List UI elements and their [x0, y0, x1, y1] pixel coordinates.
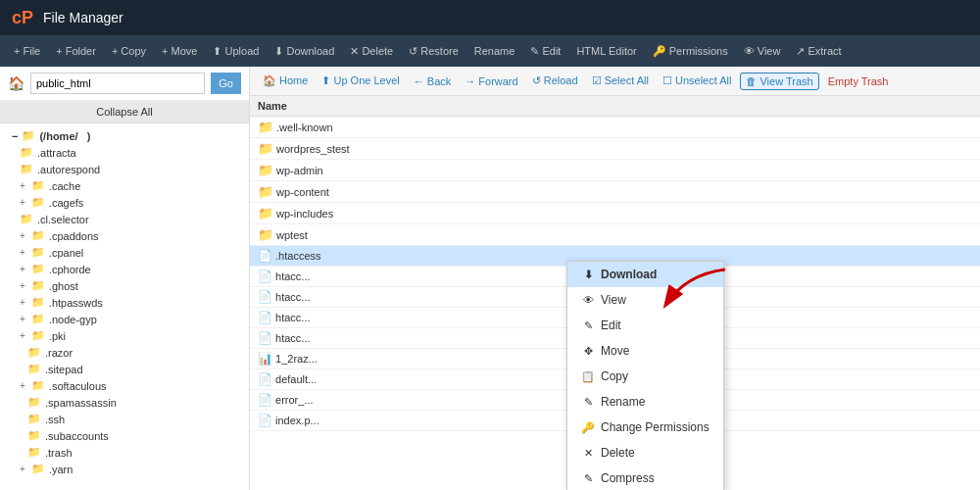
context-menu-item-label: Compress — [601, 471, 655, 485]
tree-item-root[interactable]: − 📁 (/home/ ) — [0, 127, 249, 144]
folder-button[interactable]: + Folder — [50, 43, 102, 59]
table-row[interactable]: 📁 wptest — [250, 224, 980, 246]
tree-item-attracta[interactable]: 📁 .attracta — [0, 144, 249, 161]
tree-item-pki[interactable]: 📁 .pki — [0, 327, 249, 344]
move-icon: ✥ — [581, 345, 595, 358]
main-layout: 🏠 Go Collapse All − 📁 (/home/ ) 📁 .attra… — [0, 67, 980, 490]
context-menu-change-permissions[interactable]: 🔑 Change Permissions — [567, 415, 723, 440]
file-icon: 📄 — [258, 372, 272, 386]
download-icon: ⬇ — [581, 269, 595, 281]
tree-item-cpanel[interactable]: 📁 .cpanel — [0, 244, 249, 261]
copy-button[interactable]: + Copy — [106, 43, 152, 59]
tree-label: .pki — [49, 330, 66, 342]
file-icon: 📄 — [258, 393, 272, 407]
home-nav-button[interactable]: 🏠 🏠 HomeHome — [258, 73, 313, 89]
table-row[interactable]: 📁 wordpres_stest — [250, 138, 980, 160]
tree-item-node-gyp[interactable]: 📁 .node-gyp — [0, 311, 249, 327]
tree-label: .sitepad — [45, 364, 83, 375]
context-menu-edit[interactable]: ✎ Edit — [567, 313, 723, 338]
table-row[interactable]: 📁 .well-known — [250, 117, 980, 138]
context-menu-view[interactable]: 👁 View — [567, 287, 723, 313]
context-menu-item-label: Move — [601, 344, 629, 358]
context-menu-item-label: Edit — [601, 318, 621, 332]
view-trash-button[interactable]: 🗑 View Trash — [740, 73, 818, 90]
tree-item-yarn[interactable]: 📁 .yarn — [0, 461, 249, 477]
tree-item-cpaddons[interactable]: 📁 .cpaddons — [0, 227, 249, 244]
tree-item-razor[interactable]: 📁 .razor — [0, 344, 249, 361]
file-icon: 📄 — [258, 290, 272, 304]
file-list: Name 📁 .well-known 📁 wordpres_stest 📁 wp… — [250, 96, 980, 490]
tree-label: .softaculous — [49, 380, 107, 392]
tree-label: .cagefs — [49, 197, 83, 209]
forward-button[interactable]: → Forward — [460, 74, 522, 89]
context-menu-copy[interactable]: 📋 Copy — [567, 364, 723, 389]
html-editor-button[interactable]: HTML Editor — [570, 43, 642, 59]
file-icon: 📊 — [258, 352, 272, 366]
tree-item-subaccounts[interactable]: 📁 .subaccounts — [0, 427, 249, 444]
cpanel-logo: cP — [12, 8, 33, 28]
file-button[interactable]: + File — [8, 43, 46, 59]
table-row[interactable]: 📁 wp-admin — [250, 160, 980, 181]
tree-label: .cpaddons — [49, 230, 99, 242]
tree-item-trash[interactable]: 📁 .trash — [0, 444, 249, 461]
file-icon: 📄 — [258, 311, 272, 324]
download-button[interactable]: ⬇ Download — [269, 43, 340, 60]
folder-icon: 📁 — [31, 279, 45, 292]
move-button[interactable]: + Move — [156, 43, 203, 59]
tree-item-cache[interactable]: 📁 .cache — [0, 177, 249, 194]
up-one-level-button[interactable]: ⬆ Up One Level — [317, 73, 404, 89]
folder-icon: 📁 — [258, 227, 273, 242]
folder-icon: 📁 — [22, 129, 35, 142]
upload-button[interactable]: ⬆ Upload — [207, 43, 265, 60]
folder-icon: 📁 — [31, 179, 45, 192]
context-menu-delete[interactable]: ✕ Delete — [567, 440, 723, 466]
home-nav-icon[interactable]: 🏠 — [8, 75, 24, 91]
permissions-icon: 🔑 — [581, 421, 595, 434]
permissions-button[interactable]: 🔑 Permissions — [647, 43, 734, 60]
context-menu-item-label: View — [601, 293, 626, 307]
file-icon: 📄 — [258, 414, 272, 427]
tree-label: .attracta — [37, 147, 76, 159]
rename-button[interactable]: Rename — [468, 43, 521, 59]
tree-item-cagefs[interactable]: 📁 .cagefs — [0, 194, 249, 211]
tree-item-cl-selector[interactable]: 📁 .cl.selector — [0, 211, 249, 227]
context-menu-download[interactable]: ⬇ Download — [567, 262, 723, 287]
unselect-all-button[interactable]: ☐ Unselect All — [658, 73, 737, 89]
back-button[interactable]: ← Back — [409, 74, 457, 89]
edit-button[interactable]: ✎ Edit — [524, 43, 566, 60]
path-input[interactable] — [30, 73, 205, 94]
tree-label: .cl.selector — [37, 214, 89, 225]
reload-button[interactable]: ↺ Reload — [527, 73, 583, 89]
context-menu-compress[interactable]: ✎ Compress — [567, 466, 723, 490]
context-menu-move[interactable]: ✥ Move — [567, 338, 723, 364]
tree-label: .trash — [45, 447, 73, 459]
view-button[interactable]: 👁 View — [738, 43, 787, 59]
context-menu-item-label: Download — [601, 268, 657, 281]
context-menu-item-label: Delete — [601, 446, 635, 460]
file-tree: − 📁 (/home/ ) 📁 .attracta 📁 .autorespond… — [0, 123, 249, 481]
collapse-all-button[interactable]: Collapse All — [0, 101, 249, 123]
go-button[interactable]: Go — [211, 73, 241, 94]
tree-item-ghost[interactable]: 📁 .ghost — [0, 277, 249, 294]
table-row[interactable]: 📁 wp-includes — [250, 203, 980, 224]
empty-trash-button[interactable]: Empty Trash — [823, 74, 894, 89]
tree-item-softaculous[interactable]: 📁 .softaculous — [0, 377, 249, 394]
tree-item-sitepad[interactable]: 📁 .sitepad — [0, 361, 249, 377]
tree-item-htpasswds[interactable]: 📁 .htpasswds — [0, 294, 249, 311]
table-row[interactable]: 📁 wp-content — [250, 181, 980, 203]
select-all-button[interactable]: ☑ Select All — [587, 73, 654, 89]
copy-icon: 📋 — [581, 370, 595, 383]
context-menu-rename[interactable]: ✎ Rename — [567, 389, 723, 415]
folder-icon: 📁 — [31, 229, 45, 242]
tree-item-ssh[interactable]: 📁 .ssh — [0, 411, 249, 427]
folder-icon: 📁 — [27, 429, 41, 442]
folder-icon: 📁 — [258, 141, 273, 156]
tree-item-spamassassin[interactable]: 📁 .spamassassin — [0, 394, 249, 411]
delete-button[interactable]: ✕ Delete — [344, 43, 399, 60]
restore-button[interactable]: ↺ Restore — [403, 43, 465, 60]
extract-button[interactable]: ↗ Extract — [790, 43, 847, 60]
minus-icon: − — [12, 130, 18, 142]
tree-item-autorespond[interactable]: 📁 .autorespond — [0, 161, 249, 177]
tree-item-cphorde[interactable]: 📁 .cphorde — [0, 261, 249, 277]
sidebar-nav: 🏠 Go — [0, 67, 249, 101]
